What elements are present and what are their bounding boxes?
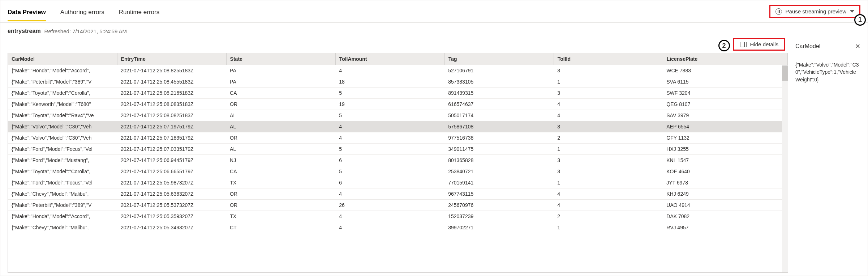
cell-state: OR [226,132,335,144]
table-row[interactable]: {"Make":"Toyota","Model":"Corolla",2021-… [8,166,788,177]
cell-time: 2021-07-14T12:25:05.3593207Z [117,211,226,222]
cell-tollid: 1 [554,222,663,233]
cell-tag: 349011475 [444,144,554,155]
close-icon[interactable]: ✕ [855,42,860,50]
table-row[interactable]: {"Make":"Chevy","Model":"Malibu",2021-07… [8,222,788,233]
cell-tollid: 1 [554,177,663,188]
main-area: 2 Hide details CarModel EntryTime State … [0,38,868,273]
cell-plate: SWF 3204 [663,88,787,99]
col-state[interactable]: State [226,53,335,65]
cell-amount: 5 [335,88,444,99]
col-licenseplate[interactable]: LicensePlate [663,53,787,65]
cell-state: TX [226,177,335,188]
cell-state: CA [226,88,335,99]
cell-car: {"Make":"Toyota","Model":"Corolla", [8,88,117,99]
cell-time: 2021-07-14T12:25:07.1975179Z [117,121,226,132]
cell-tollid: 3 [554,155,663,166]
table-row[interactable]: {"Make":"Peterbilt","Model":"389","V2021… [8,200,788,211]
cell-amount: 19 [335,99,444,110]
table-row[interactable]: {"Make":"Volvo","Model":"C30","Veh2021-0… [8,132,788,144]
cell-tollid: 3 [554,88,663,99]
cell-tag: 575867108 [444,121,554,132]
cell-state: PA [226,76,335,88]
col-tag[interactable]: Tag [444,53,554,65]
col-tollid[interactable]: TollId [554,53,663,65]
cell-car: {"Make":"Toyota","Model":"Corolla", [8,166,117,177]
cell-plate: HXJ 3255 [663,144,787,155]
cell-car: {"Make":"Volvo","Model":"C30","Veh [8,132,117,144]
cell-tag: 152037239 [444,211,554,222]
table-row[interactable]: {"Make":"Kenworth","Model":"T680"2021-07… [8,99,788,110]
cell-tollid: 4 [554,188,663,200]
cell-time: 2021-07-14T12:25:08.8255183Z [117,65,226,76]
tabs: Data Preview Authoring errors Runtime er… [8,0,159,22]
cell-car: {"Make":"Chevy","Model":"Malibu", [8,188,117,200]
col-carmodel[interactable]: CarModel [8,53,117,65]
table-row[interactable]: {"Make":"Volvo","Model":"C30","Veh2021-0… [8,121,788,132]
cell-tag: 977516738 [444,132,554,144]
table-row[interactable]: {"Make":"Ford","Model":"Focus","Vel2021-… [8,144,788,155]
cell-plate: KHJ 6249 [663,188,787,200]
col-tollamount[interactable]: TollAmount [335,53,444,65]
cell-state: OR [226,200,335,211]
cell-tag: 967743115 [444,188,554,200]
tab-authoring-errors[interactable]: Authoring errors [60,2,104,21]
top-bar: Data Preview Authoring errors Runtime er… [0,0,868,23]
table-panel: 2 Hide details CarModel EntryTime State … [8,38,788,273]
table-row[interactable]: {"Make":"Peterbilt","Model":"389","V2021… [8,76,788,88]
cell-amount: 5 [335,110,444,121]
cell-tollid: 2 [554,211,663,222]
cell-plate: QEG 8107 [663,99,787,110]
cell-car: {"Make":"Honda","Model":"Accord", [8,65,117,76]
cell-amount: 4 [335,132,444,144]
cell-car: {"Make":"Ford","Model":"Focus","Vel [8,177,117,188]
cell-time: 2021-07-14T12:25:08.2165183Z [117,88,226,99]
cell-car: {"Make":"Chevy","Model":"Malibu", [8,222,117,233]
cell-plate: DAK 7082 [663,211,787,222]
cell-tag: 770159141 [444,177,554,188]
cell-time: 2021-07-14T12:25:06.9445179Z [117,155,226,166]
table-row[interactable]: {"Make":"Toyota","Model":"Corolla",2021-… [8,88,788,99]
cell-plate: KNL 1547 [663,155,787,166]
tab-data-preview[interactable]: Data Preview [8,2,46,21]
table-row[interactable]: {"Make":"Chevy","Model":"Malibu",2021-07… [8,188,788,200]
table-row[interactable]: {"Make":"Ford","Model":"Mustang",2021-07… [8,155,788,166]
cell-tollid: 4 [554,200,663,211]
cell-state: AL [226,144,335,155]
cell-plate: UAO 4914 [663,200,787,211]
col-entrytime[interactable]: EntryTime [117,53,226,65]
stream-refreshed: Refreshed: 7/14/2021, 5:24:59 AM [44,28,127,34]
cell-tag: 505017174 [444,110,554,121]
cell-time: 2021-07-14T12:25:05.9873207Z [117,177,226,188]
cell-car: {"Make":"Honda","Model":"Accord", [8,211,117,222]
cell-time: 2021-07-14T12:25:08.0835183Z [117,99,226,110]
table-row[interactable]: {"Make":"Honda","Model":"Accord",2021-07… [8,211,788,222]
vertical-scrollbar[interactable] [782,65,788,272]
table-row[interactable]: {"Make":"Toyota","Model":"Rav4","Ve2021-… [8,110,788,121]
table-row[interactable]: {"Make":"Ford","Model":"Focus","Vel2021-… [8,177,788,188]
stream-name: entrystream [8,28,41,34]
cell-time: 2021-07-14T12:25:07.1835179Z [117,132,226,144]
detail-header: CarModel ✕ [795,42,860,50]
cell-tag: 253840721 [444,166,554,177]
tab-runtime-errors[interactable]: Runtime errors [119,2,159,21]
cell-plate: WCE 7883 [663,65,787,76]
header-row: CarModel EntryTime State TollAmount Tag … [8,53,788,65]
cell-amount: 4 [335,222,444,233]
cell-amount: 5 [335,144,444,155]
cell-car: {"Make":"Volvo","Model":"C30","Veh [8,121,117,132]
detail-title: CarModel [795,43,820,50]
cell-state: AL [226,121,335,132]
pause-streaming-dropdown[interactable]: Pause streaming preview 1 [769,5,860,18]
cell-tollid: 4 [554,110,663,121]
detail-panel: CarModel ✕ {"Make":"Volvo","Model":"C30"… [788,38,868,273]
cell-state: OR [226,99,335,110]
hide-details-button[interactable]: 2 Hide details [733,38,785,51]
cell-time: 2021-07-14T12:25:05.6363207Z [117,188,226,200]
data-grid: CarModel EntryTime State TollAmount Tag … [8,53,788,273]
cell-amount: 26 [335,200,444,211]
table-row[interactable]: {"Make":"Honda","Model":"Accord",2021-07… [8,65,788,76]
scroll-thumb[interactable] [782,65,788,81]
cell-car: {"Make":"Peterbilt","Model":"389","V [8,200,117,211]
cell-car: {"Make":"Ford","Model":"Focus","Vel [8,144,117,155]
